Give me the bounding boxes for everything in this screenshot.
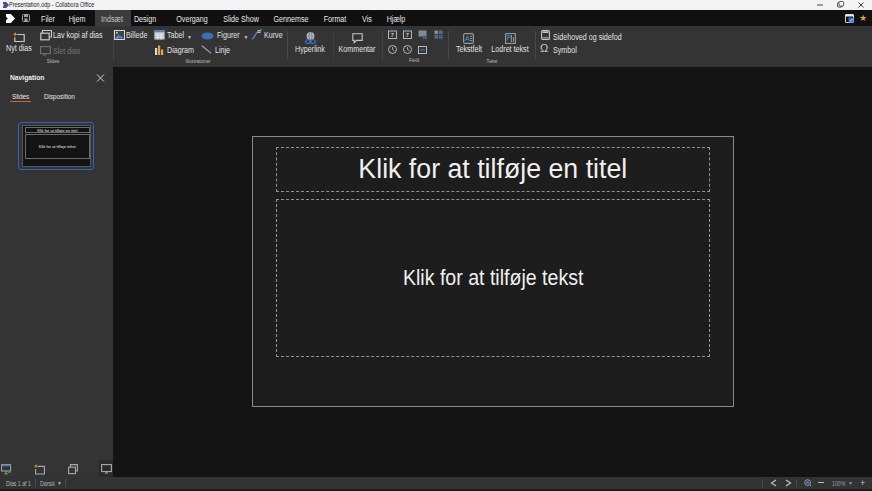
svg-text:7: 7 [390,31,394,38]
svg-text:7: 7 [406,31,410,38]
svg-text:A: A [465,34,471,43]
